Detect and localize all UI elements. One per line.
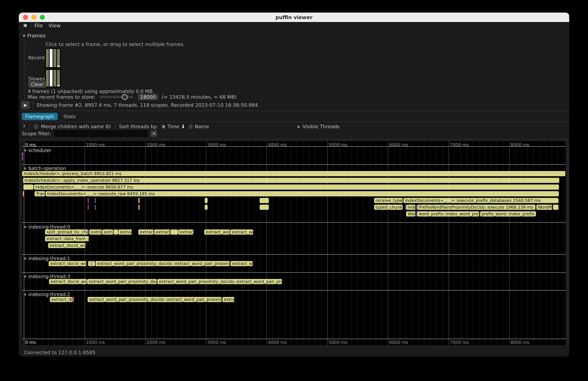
scope-bar[interactable]: [95, 198, 96, 203]
scope-bar[interactable]: extra: [102, 230, 113, 235]
sort-by-name-label[interactable]: Name: [195, 124, 209, 129]
frame-bar[interactable]: [46, 70, 49, 86]
scope-bar[interactable]: [138, 205, 140, 210]
scope-bar[interactable]: extract_docid_word: [49, 279, 87, 284]
scope-bar[interactable]: [138, 198, 140, 203]
scope-bar[interactable]: [114, 230, 118, 235]
sort-by-name-radio[interactable]: [189, 124, 193, 129]
frame-bar[interactable]: [57, 49, 60, 67]
scope-bar[interactable]: [23, 191, 24, 196]
clear-filter-button[interactable]: ✕: [151, 130, 157, 137]
play-button[interactable]: ▶: [21, 101, 30, 109]
scope-filter-input[interactable]: [54, 130, 148, 137]
scope-bar[interactable]: [260, 198, 269, 203]
scope-bar[interactable]: extract_docid_wor: [48, 243, 85, 248]
scope-bar[interactable]: extract_word_pair_proximity_docids: [87, 279, 157, 284]
slider-knob[interactable]: [122, 94, 127, 100]
menu-file[interactable]: File: [34, 23, 43, 28]
scope-bar[interactable]: PrefixWordPairsProximityDocids::execute …: [417, 205, 535, 210]
scope-bar[interactable]: extract_word_pair_proximity_docids::extr…: [157, 279, 282, 284]
scope-bar[interactable]: [22, 157, 23, 160]
frame-bar[interactable]: [46, 49, 49, 67]
scope-bar[interactable]: IndexScheduler>::process_batch 8953.821 …: [22, 171, 565, 176]
scope-bar[interactable]: [170, 230, 178, 235]
tab-flamegraph[interactable]: Flamegraph: [22, 113, 58, 120]
flamegraph-canvas[interactable]: 0 ms0 ms1000 ms1000 ms2000 ms2000 ms3000…: [22, 141, 568, 346]
scope-bar[interactable]: word_prefix::index_word_prefix_: [417, 211, 479, 216]
scope-bar[interactable]: [88, 198, 89, 203]
connection-status: Connected to 127.0.0.1:8585: [24, 350, 95, 355]
track-header-batch-operation[interactable]: ▼batch-operation: [24, 166, 66, 171]
tab-stats[interactable]: Stats: [62, 113, 77, 120]
recent-frames-thumbnail[interactable]: [45, 48, 61, 68]
scope-bar[interactable]: [22, 152, 23, 156]
track-header-indexing-thread:1[interactable]: ▼indexing-thread:1: [24, 256, 70, 261]
scope-bar[interactable]: extrac: [118, 230, 132, 235]
scope-bar[interactable]: [260, 205, 269, 210]
sort-by-time-radio[interactable]: [161, 124, 166, 129]
scope-bar[interactable]: IndexScheduler>::apply_index_operation 8…: [23, 178, 559, 183]
scope-bar[interactable]: extract_doc: [50, 297, 72, 302]
zoom-button[interactable]: [40, 15, 45, 20]
scope-bar[interactable]: extract_wo: [231, 261, 253, 266]
frame-bar[interactable]: [50, 49, 53, 67]
track-header-indexing-thread:2[interactable]: ▼indexing-thread:2: [24, 292, 70, 297]
max-frames-slider[interactable]: [99, 94, 134, 100]
track-header-indexing-thread:3[interactable]: ▼indexing-thread:3: [24, 274, 70, 279]
slowest-frames-thumbnail[interactable]: [45, 69, 61, 88]
scope-bar[interactable]: prefix_word::index_prefix_wo: [480, 211, 536, 216]
close-button[interactable]: [23, 15, 28, 20]
sort-direction-icon[interactable]: ⬇: [181, 124, 185, 129]
scope-bar[interactable]: [205, 205, 208, 210]
scope-bar[interactable]: extrac: [222, 297, 234, 302]
frame-bar[interactable]: [53, 70, 56, 86]
minimize-button[interactable]: [31, 15, 36, 20]
sort-by-time-label[interactable]: Time: [168, 124, 179, 129]
scope-bar[interactable]: IndexDocuments<_, _>::execute 8656.677 m…: [34, 185, 559, 190]
scope-bar[interactable]: typed_chunk::w: [374, 205, 403, 210]
scope-bar[interactable]: [95, 205, 96, 210]
track-header-indexing-thread:0[interactable]: ▼indexing-thread:0: [24, 224, 70, 230]
scope-bar[interactable]: extract: [89, 230, 102, 235]
scope-bar[interactable]: split_grenad_by_chun: [45, 230, 88, 235]
frame-bar[interactable]: [57, 70, 60, 86]
scope-bar[interactable]: extract::data_from_ob: [45, 236, 89, 241]
scope-bar[interactable]: extract_wo: [231, 230, 253, 235]
scope-bar[interactable]: [205, 198, 208, 203]
scope-bar[interactable]: IndexDocuments<_, _>::execute_raw 8459.1…: [46, 191, 559, 196]
scope-bar[interactable]: [88, 205, 89, 210]
merge-children-checkbox[interactable]: [34, 124, 38, 129]
scope-bar[interactable]: extract: [178, 230, 193, 235]
frame-bar[interactable]: [50, 70, 53, 86]
scope-bar[interactable]: extract_word_pair_proximity_docids::extr…: [95, 261, 230, 266]
scope-bar[interactable]: extract_: [138, 230, 154, 235]
slider-track[interactable]: [99, 96, 134, 98]
scope-bar[interactable]: [91, 261, 93, 266]
clear-button[interactable]: Clear: [28, 81, 46, 88]
scope-bar[interactable]: extract_word_pair_proximity_docids::extr…: [88, 297, 222, 302]
frame-bar[interactable]: [53, 49, 56, 67]
visible-threads-header[interactable]: ▶ Visible Threads: [298, 123, 339, 130]
scope-bar[interactable]: extract_word: [204, 230, 230, 235]
scope-bar[interactable]: [405, 205, 406, 210]
scope-bar[interactable]: extract_: [154, 230, 170, 235]
scope-bar[interactable]: IndexDocuments<_, _>::execute_prefix_dat…: [403, 198, 558, 203]
scope-bar[interactable]: [88, 230, 89, 235]
max-frames-value[interactable]: 18000: [138, 94, 158, 100]
scope-bar[interactable]: [416, 205, 417, 210]
scope-bar[interactable]: [23, 185, 33, 190]
menu-view[interactable]: View: [48, 23, 61, 28]
frames-section-header[interactable]: ▼ Frames: [23, 33, 46, 39]
collapse-triangle-icon: ▼: [24, 257, 26, 260]
scope-bar[interactable]: extract_docid_word: [49, 261, 86, 266]
help-button[interactable]: ?: [23, 124, 25, 129]
scrollbar-track[interactable]: [566, 141, 568, 346]
scope-bar[interactable]: [72, 297, 74, 302]
scope-bar[interactable]: Trans: [35, 191, 45, 196]
scope-bar[interactable]: WordPr: [536, 205, 552, 210]
scope-bar[interactable]: index: [406, 205, 416, 210]
scope-bar[interactable]: Word: [406, 211, 416, 216]
scope-bar[interactable]: receive_typed_: [374, 198, 403, 203]
scope-bar[interactable]: [553, 205, 558, 210]
track-header-scheduler[interactable]: ▼scheduler: [24, 148, 51, 153]
